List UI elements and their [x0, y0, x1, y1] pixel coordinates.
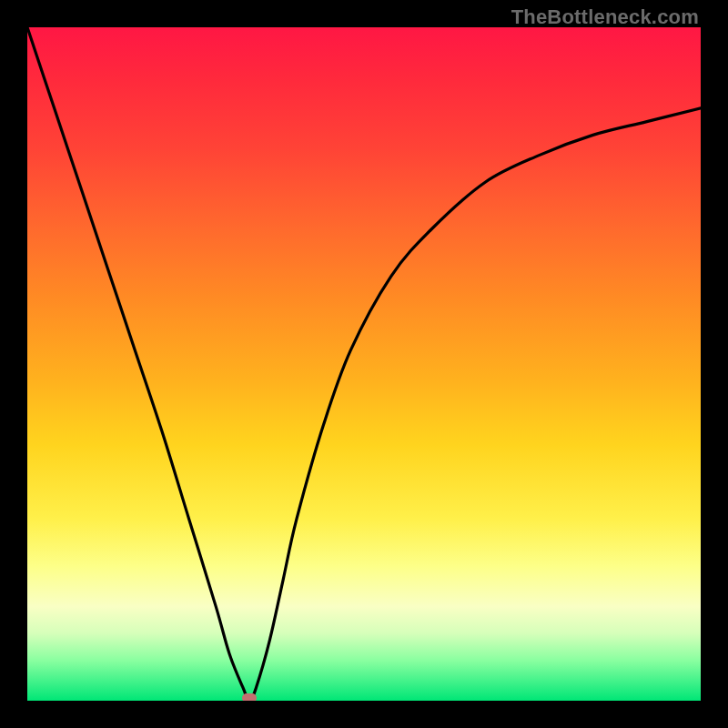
- watermark-label: TheBottleneck.com: [511, 5, 699, 29]
- curve-svg: [27, 27, 701, 701]
- plot-area: [27, 27, 701, 701]
- minimum-marker-icon: [242, 693, 257, 701]
- chart-frame: TheBottleneck.com: [0, 0, 728, 728]
- bottleneck-curve: [27, 27, 701, 701]
